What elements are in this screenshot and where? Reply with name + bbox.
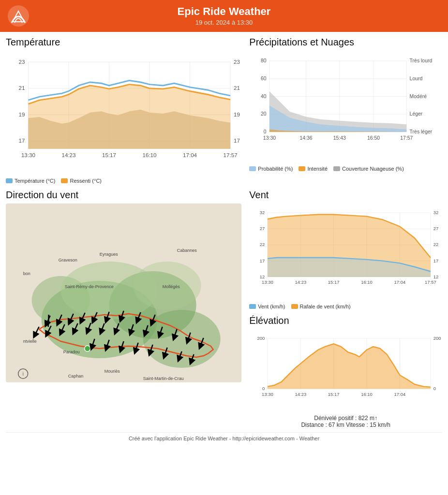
legend-gust-color xyxy=(291,304,298,309)
legend-prob-color xyxy=(249,166,256,171)
svg-text:17: 17 xyxy=(260,258,265,263)
svg-text:17:57: 17:57 xyxy=(425,279,436,285)
legend-intensity-label: Intensité xyxy=(307,166,328,172)
svg-text:32: 32 xyxy=(260,210,265,215)
svg-text:23: 23 xyxy=(234,58,240,64)
legend-wind-color xyxy=(249,304,256,309)
svg-text:14:36: 14:36 xyxy=(300,135,313,140)
svg-text:17:57: 17:57 xyxy=(224,152,238,158)
svg-text:Mouriès: Mouriès xyxy=(105,369,120,374)
svg-text:0: 0 xyxy=(262,386,265,391)
legend-intensity: Intensité xyxy=(299,166,328,172)
svg-text:14:23: 14:23 xyxy=(295,279,307,285)
svg-text:15:17: 15:17 xyxy=(102,152,116,158)
bottom-row: Direction du vent bon Graveson xyxy=(6,189,442,428)
svg-text:0: 0 xyxy=(264,129,267,134)
legend-wind: Vent (km/h) xyxy=(249,304,285,309)
svg-text:27: 27 xyxy=(433,226,439,231)
top-row: Température 13:30 14 xyxy=(6,37,442,184)
svg-text:60: 60 xyxy=(261,75,267,81)
svg-text:17: 17 xyxy=(433,258,439,263)
svg-text:20: 20 xyxy=(261,111,267,116)
svg-text:12: 12 xyxy=(433,274,439,279)
svg-text:Cabannes: Cabannes xyxy=(177,248,197,253)
svg-text:13:30: 13:30 xyxy=(262,279,273,285)
legend-intensity-color xyxy=(299,166,305,171)
legend-cloud-color xyxy=(333,166,340,171)
svg-text:16:50: 16:50 xyxy=(367,135,380,140)
svg-text:15:17: 15:17 xyxy=(328,279,340,285)
svg-point-61 xyxy=(143,310,221,368)
precipitation-chart: 13:30 14:36 15:43 16:50 17:57 80 60 40 2… xyxy=(249,51,442,164)
svg-text:32: 32 xyxy=(433,210,439,215)
svg-text:17: 17 xyxy=(19,137,25,144)
header: Epic Ride Weather 19 oct. 2024 à 13:30 xyxy=(0,0,448,32)
svg-text:17:04: 17:04 xyxy=(394,392,406,397)
elevation-chart: 13:30 14:23 15:17 16:10 17:04 200 0 200 … xyxy=(249,329,442,414)
svg-text:16:10: 16:10 xyxy=(143,152,157,158)
legend-felt-label: Ressenti (°C) xyxy=(70,178,102,184)
svg-text:15:43: 15:43 xyxy=(333,135,346,140)
wind-map: bon Graveson Eyragues Cabannes Mollégès … xyxy=(6,204,241,382)
wind-chart: 13:30 14:23 15:17 16:10 17:04 17:57 32 2… xyxy=(249,204,442,302)
svg-text:Eyragues: Eyragues xyxy=(100,252,119,257)
svg-text:Lourd: Lourd xyxy=(410,75,423,81)
svg-text:Paradou: Paradou xyxy=(63,349,80,354)
footer: Créé avec l'application Epic Ride Weathe… xyxy=(6,432,442,445)
app-title: Epic Ride Weather xyxy=(178,5,271,19)
svg-text:200: 200 xyxy=(433,335,441,341)
app-logo xyxy=(8,5,29,27)
svg-text:22: 22 xyxy=(433,242,439,247)
legend-temp-color xyxy=(6,178,13,183)
svg-text:17: 17 xyxy=(234,137,240,144)
svg-text:Léger: Léger xyxy=(410,111,423,116)
svg-text:19: 19 xyxy=(19,111,25,117)
legend-prob-label: Probabilité (%) xyxy=(258,166,293,172)
svg-text:19: 19 xyxy=(234,111,240,117)
temperature-title: Température xyxy=(6,37,241,48)
svg-text:Très léger: Très léger xyxy=(410,129,433,134)
app-subtitle: 19 oct. 2024 à 13:30 xyxy=(178,19,271,26)
legend-wind-label: Vent (km/h) xyxy=(258,304,285,309)
wind-direction-title: Direction du vent xyxy=(6,189,241,201)
svg-text:Caphan: Caphan xyxy=(68,374,84,379)
legend-cloud-label: Couverture Nuageuse (%) xyxy=(342,166,404,172)
legend-gust-label: Rafale de vent (km/h) xyxy=(300,304,351,309)
svg-text:14:23: 14:23 xyxy=(295,392,307,397)
legend-prob: Probabilité (%) xyxy=(249,166,293,172)
svg-text:17:57: 17:57 xyxy=(400,135,413,140)
svg-text:bon: bon xyxy=(23,271,30,276)
svg-text:13:30: 13:30 xyxy=(21,152,35,158)
svg-text:21: 21 xyxy=(234,85,240,91)
svg-text:14:23: 14:23 xyxy=(61,152,75,158)
temperature-section: Température 13:30 14 xyxy=(6,37,241,184)
svg-text:23: 23 xyxy=(19,58,25,64)
svg-text:i: i xyxy=(22,371,23,377)
precipitation-title: Précipitations et Nuages xyxy=(249,37,442,48)
svg-text:ntvielle: ntvielle xyxy=(23,339,37,344)
elevation-distance: Distance : 67 km Vitesse : 15 km/h xyxy=(249,422,442,428)
svg-text:22: 22 xyxy=(260,242,265,247)
legend-gust: Rafale de vent (km/h) xyxy=(291,304,351,309)
main-content: Température 13:30 14 xyxy=(0,32,448,449)
svg-text:Graveson: Graveson xyxy=(59,258,77,262)
elevation-gain: Dénivelé positif : 822 m↑ xyxy=(249,415,442,422)
legend-temp: Température (°C) xyxy=(6,178,55,184)
temperature-legend: Température (°C) Ressenti (°C) xyxy=(6,178,241,184)
svg-text:17:04: 17:04 xyxy=(394,279,406,285)
precipitation-section: Précipitations et Nuages 13:30 xyxy=(249,37,442,184)
svg-text:16:10: 16:10 xyxy=(361,279,373,285)
legend-cloud: Couverture Nuageuse (%) xyxy=(333,166,404,172)
svg-text:40: 40 xyxy=(261,93,267,99)
svg-text:Modéré: Modéré xyxy=(410,93,427,99)
svg-text:17:04: 17:04 xyxy=(183,152,197,158)
svg-text:80: 80 xyxy=(261,58,267,63)
wind-legend: Vent (km/h) Rafale de vent (km/h) xyxy=(249,304,442,309)
svg-text:Très lourd: Très lourd xyxy=(410,58,433,63)
legend-temp-label: Température (°C) xyxy=(15,178,55,184)
wind-section: Vent xyxy=(249,189,442,309)
footer-text: Créé avec l'application Epic Ride Weathe… xyxy=(129,436,319,441)
svg-text:15:17: 15:17 xyxy=(328,392,340,397)
svg-text:200: 200 xyxy=(257,335,265,341)
svg-text:0: 0 xyxy=(433,386,436,391)
